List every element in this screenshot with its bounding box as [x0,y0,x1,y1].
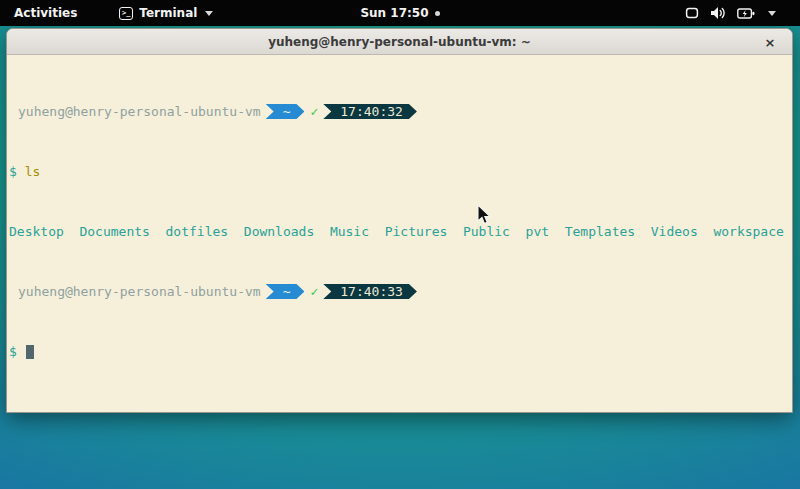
prompt-user: yuheng@henry-personal-ubuntu-vm [9,284,261,299]
ls-output-line: Desktop Documents dotfiles Downloads Mus… [9,224,792,239]
terminal-content[interactable]: yuheng@henry-personal-ubuntu-vm ~ ✓ 17:4… [7,55,792,413]
network-icon [685,7,699,19]
close-button[interactable]: × [758,29,782,55]
terminal-window: yuheng@henry-personal-ubuntu-vm: ~ × yuh… [6,28,793,413]
powerline-time-segment: 17:40:33 [323,284,417,299]
directory-list: Desktop Documents dotfiles Downloads Mus… [9,224,784,239]
clock-label[interactable]: Sun 17:50 [360,6,428,20]
volume-icon [710,6,726,20]
app-menu-label: Terminal [139,6,197,20]
powerline-cwd-segment: ~ [266,284,305,299]
current-input-line: $ [9,344,792,359]
activities-label: Activities [14,6,77,20]
status-check-icon: ✓ [310,284,318,299]
terminal-cursor [26,345,34,359]
chevron-down-icon [768,11,776,16]
prompt-symbol: $ [9,344,17,359]
powerline-time-segment: 17:40:32 [323,104,417,119]
chevron-down-icon [205,11,213,16]
prompt-user: yuheng@henry-personal-ubuntu-vm [9,104,261,119]
prompt-line: yuheng@henry-personal-ubuntu-vm ~ ✓ 17:4… [9,104,792,119]
command-line: $ ls [9,164,792,179]
powerline-cwd-segment: ~ [266,104,305,119]
app-menu-terminal[interactable]: >_ Terminal [113,0,219,26]
window-title: yuheng@henry-personal-ubuntu-vm: ~ [268,35,531,49]
prompt-symbol: $ [9,164,17,179]
top-bar: Activities >_ Terminal Sun 17:50 [0,0,800,26]
status-check-icon: ✓ [310,104,318,119]
terminal-icon: >_ [119,7,133,20]
prompt-line: yuheng@henry-personal-ubuntu-vm ~ ✓ 17:4… [9,284,792,299]
title-bar[interactable]: yuheng@henry-personal-ubuntu-vm: ~ × [7,29,792,55]
mouse-cursor [477,204,492,226]
command-text: ls [25,164,41,179]
system-menu[interactable] [685,0,776,26]
notification-dot-icon [435,11,440,16]
battery-charging-icon [737,7,755,20]
activities-button[interactable]: Activities [0,0,91,26]
